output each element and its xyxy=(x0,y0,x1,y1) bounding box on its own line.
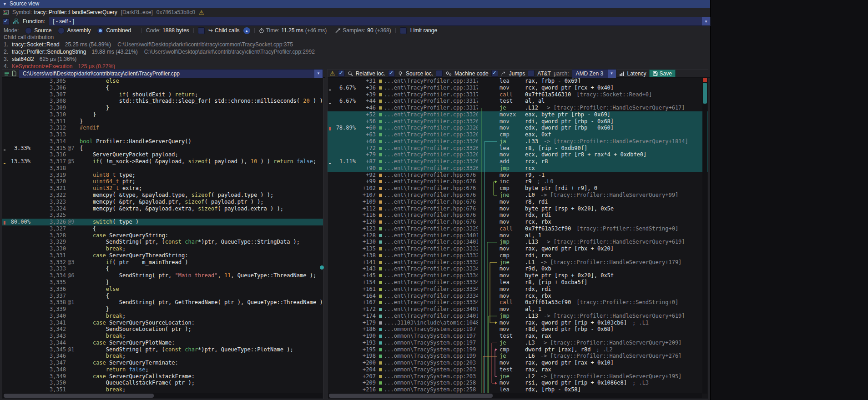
source-line[interactable]: 3,343 break; xyxy=(2,333,323,340)
source-line[interactable]: 3,339 } xyxy=(2,306,323,313)
chevron-down-icon[interactable]: ▼ xyxy=(608,70,616,78)
assembly-line[interactable]: +216...ommon\TracySystem.cpp:258leardx, … xyxy=(328,386,708,393)
child-calls-checkbox[interactable] xyxy=(198,27,205,34)
asm-source-location[interactable]: ...ent\TracyProfiler.cpp:3326 xyxy=(384,118,478,125)
child-call-name[interactable]: tracy::Profiler::SendLongString xyxy=(12,49,86,55)
source-horizontal-scrollbar[interactable] xyxy=(3,393,323,398)
source-line[interactable]: 3,310 } xyxy=(2,111,323,118)
assembly-line[interactable]: +167...ent\TracyProfiler.cpp:3334call0x7… xyxy=(328,299,708,306)
assembly-line[interactable]: +141...ent\TracyProfiler.cpp:3332jne.L1-… xyxy=(328,259,708,266)
asm-source-location[interactable]: ...ommon\TracySystem.cpp:197 xyxy=(384,333,478,340)
assembly-line[interactable]: +52...ent\TracyProfiler.cpp:3326movzxeax… xyxy=(328,111,708,118)
assembly-line[interactable]: +195...ommon\TracySystem.cpp:199cmpdword… xyxy=(328,346,708,353)
assembly-line[interactable]: +99...ent\TracyProfiler.hpp:676incr9; .L… xyxy=(328,178,708,185)
assembly-line[interactable]: +164...ent\TracyProfiler.cpp:3334movrcx,… xyxy=(328,293,708,300)
assembly-line[interactable]: +135...ent\TracyProfiler.cpp:3332movrax,… xyxy=(328,245,708,252)
limit-range-checkbox[interactable] xyxy=(400,27,407,34)
asm-source-location[interactable]: ...ent\TracyProfiler.cpp:3317 xyxy=(384,85,478,91)
mode-option-source[interactable]: Source xyxy=(25,27,51,34)
function-select[interactable]: [ - self - ] ▼ xyxy=(49,17,711,26)
source-line[interactable]: 13.33%3,317@5 if( !m_sock->Read( &payloa… xyxy=(2,158,323,165)
assembly-line[interactable]: +186...ommon\TracySystem.cpp:197movr8d, … xyxy=(328,326,708,333)
asm-source-location[interactable]: ...ent\TracyProfiler.cpp:3401 xyxy=(384,313,478,320)
assembly-line[interactable]: +31...ent\TracyProfiler.cpp:3317learax, … xyxy=(328,78,708,85)
source-line[interactable]: 3,330 break; xyxy=(2,245,323,252)
assembly-line[interactable]: +79...ent\TracyProfiler.cpp:3326movecx, … xyxy=(328,151,708,158)
source-line[interactable]: 3,331 case ServerQueryThreadString: xyxy=(2,252,323,259)
source-line[interactable]: 3,340 break; xyxy=(2,313,323,320)
assembly-line[interactable]: +204...ommon\TracySystem.cpp:203testrax,… xyxy=(328,366,708,373)
asm-source-location[interactable]: ...ent\TracyProfiler.cpp:3401 xyxy=(384,239,478,245)
source-line[interactable]: 3,336 else xyxy=(2,286,323,293)
chevron-down-icon[interactable]: ▼ xyxy=(314,70,323,78)
relative-loc-checkbox[interactable] xyxy=(338,70,345,77)
asm-source-location[interactable]: ...ent\TracyProfiler.cpp:3332 xyxy=(384,252,478,259)
asm-source-location[interactable]: ...ommon\TracySystem.cpp:258 xyxy=(384,380,478,386)
assembly-line[interactable]: +66...ent\TracyProfiler.cpp:3326ja.L33->… xyxy=(328,138,708,145)
asm-source-location[interactable]: ...ommon\TracySystem.cpp:197 xyxy=(384,326,478,333)
assembly-line[interactable]: 1.11%+87...ent\TracyProfiler.cpp:3326add… xyxy=(328,158,708,165)
asm-source-location[interactable]: ...ommon\TracySystem.cpp:258 xyxy=(384,386,478,393)
source-line[interactable]: 3,332@3 if( ptr == m_mainThread ) xyxy=(2,259,323,266)
assembly-line[interactable]: +123...ent\TracyProfiler.cpp:3329call0x7… xyxy=(328,225,708,232)
asm-source-location[interactable]: ...ent\TracyProfiler.cpp:3317 xyxy=(384,98,478,105)
function-checkbox[interactable] xyxy=(3,18,10,25)
asm-source-location[interactable]: ...ommon\TracySystem.cpp:203 xyxy=(384,366,478,373)
source-line[interactable]: 3,322 memcpy( &type, &payload.type, size… xyxy=(2,192,323,199)
asm-source-location[interactable]: ...ent\TracyProfiler.cpp:3326 xyxy=(384,138,478,145)
assembly-line[interactable]: +107...ent\TracyProfiler.hpp:676jne.L0->… xyxy=(328,192,708,199)
asm-source-location[interactable]: ...ommon\TracySystem.cpp:203 xyxy=(384,373,478,380)
jumps-checkbox[interactable] xyxy=(491,70,498,77)
asm-source-location[interactable]: ...ent\TracyProfiler.cpp:3334 xyxy=(384,293,478,300)
source-line[interactable]: 3,314bool Profiler::HandleServerQuery() xyxy=(2,138,323,145)
source-line[interactable]: 3,306 { xyxy=(2,85,323,91)
assembly-line[interactable]: +46...ent\TracyProfiler.cpp:3317je.L12->… xyxy=(328,105,708,111)
asm-source-location[interactable]: ...ent\TracyProfiler.cpp:3332 xyxy=(384,245,478,252)
asm-source-location[interactable]: ...ent\TracyProfiler.hpp:676 xyxy=(384,199,478,205)
assembly-line[interactable]: +92...ent\TracyProfiler.hpp:676movr9, -1 xyxy=(328,172,708,179)
source-line[interactable]: 3,305 else xyxy=(2,78,323,85)
source-line[interactable]: 3,323 memcpy( &ptr, &payload.ptr, sizeof… xyxy=(2,199,323,205)
expand-up-button[interactable]: ▲ xyxy=(243,27,250,34)
asm-source-location[interactable]: ...ent\TracyProfiler.hpp:676 xyxy=(384,185,478,192)
assembly-line[interactable]: +200...ommon\TracySystem.cpp:203movrax, … xyxy=(328,360,708,366)
pane-resize-grip[interactable] xyxy=(320,265,324,270)
asm-source-location[interactable]: ...ent\TracyProfiler.cpp:3401 xyxy=(384,306,478,313)
asm-source-location[interactable]: ...ent\TracyProfiler.hpp:676 xyxy=(384,205,478,212)
assembly-line[interactable]: +130...ent\TracyProfiler.cpp:3401jmp.L13… xyxy=(328,239,708,245)
asm-source-location[interactable]: ...ent\TracyProfiler.hpp:676 xyxy=(384,172,478,179)
assembly-line[interactable]: +116...ent\TracyProfiler.hpp:676movrdx, … xyxy=(328,212,708,219)
source-line[interactable]: 3,345@1 SendString( ptr, (const char*)pt… xyxy=(2,346,323,353)
asm-source-location[interactable]: ...ent\TracyProfiler.cpp:3334 xyxy=(384,272,478,279)
asm-source-location[interactable]: ...ent\TracyProfiler.hpp:676 xyxy=(384,212,478,219)
asm-source-location[interactable]: ...ent\TracyProfiler.hpp:676 xyxy=(384,219,478,225)
asm-source-location[interactable]: ...ent\TracyProfiler.cpp:3326 xyxy=(384,125,478,131)
source-line[interactable]: 3,320 uint64_t ptr; xyxy=(2,178,323,185)
source-line[interactable]: 3,349 case ServerQueryCallstackFrame: xyxy=(2,373,323,380)
file-select[interactable]: C:\Users\wolf\Desktop\darkrl\contrib\tra… xyxy=(19,69,323,78)
assembly-line[interactable]: +90...ent\TracyProfiler.cpp:3326jmprcx xyxy=(328,165,708,172)
source-line[interactable]: 80.00%3,326@9 switch( type ) xyxy=(2,219,323,225)
source-line[interactable]: 3,347 case ServerQueryTerminate: xyxy=(2,360,323,366)
assembly-line[interactable]: +120...ent\TracyProfiler.hpp:676movrcx, … xyxy=(328,219,708,225)
source-line[interactable]: 3,346 break; xyxy=(2,353,323,360)
asm-source-location[interactable]: ...ommon\TracySystem.cpp:199 xyxy=(384,346,478,353)
assembly-line[interactable]: +138...ent\TracyProfiler.cpp:3332cmprdi,… xyxy=(328,252,708,259)
asm-source-location[interactable]: ...ommon\TracySystem.cpp:199 xyxy=(384,353,478,360)
child-call-item[interactable]: 3.stat64i32625 μs (1.36%) xyxy=(4,55,83,63)
mode-option-combined[interactable]: Combined xyxy=(97,27,131,34)
assembly-line[interactable]: +145...ent\TracyProfiler.cpp:3334movbyte… xyxy=(328,272,708,279)
assembly-line[interactable]: 6.67%+36...ent\TracyProfiler.cpp:3317mov… xyxy=(328,85,708,91)
assembly-line[interactable]: +63...ent\TracyProfiler.cpp:3326cmpeax, … xyxy=(328,131,708,138)
collapse-arrow-icon[interactable]: ▼ xyxy=(3,0,7,8)
asm-source-location[interactable]: ...ent\TracyProfiler.cpp:3401 xyxy=(384,232,478,239)
asm-source-location[interactable]: ...ent\TracyProfiler.cpp:3326 xyxy=(384,158,478,165)
source-line[interactable]: 3,338@1 SendString( ptr, GetThreadName( … xyxy=(2,299,323,306)
source-line[interactable]: 3,311} xyxy=(2,118,323,125)
assembly-line[interactable]: +161...ent\TracyProfiler.cpp:3334movrdx,… xyxy=(328,286,708,293)
asm-source-location[interactable]: ...ent\TracyProfiler.cpp:3334 xyxy=(384,279,478,286)
assembly-line[interactable]: +72...ent\TracyProfiler.cpp:3326lear8, [… xyxy=(328,145,708,152)
source-line[interactable]: 3,337 { xyxy=(2,293,323,300)
source-line[interactable]: 3,351 break; xyxy=(2,386,323,393)
asm-source-location[interactable]: ...ent\TracyProfiler.cpp:3326 xyxy=(384,145,478,152)
